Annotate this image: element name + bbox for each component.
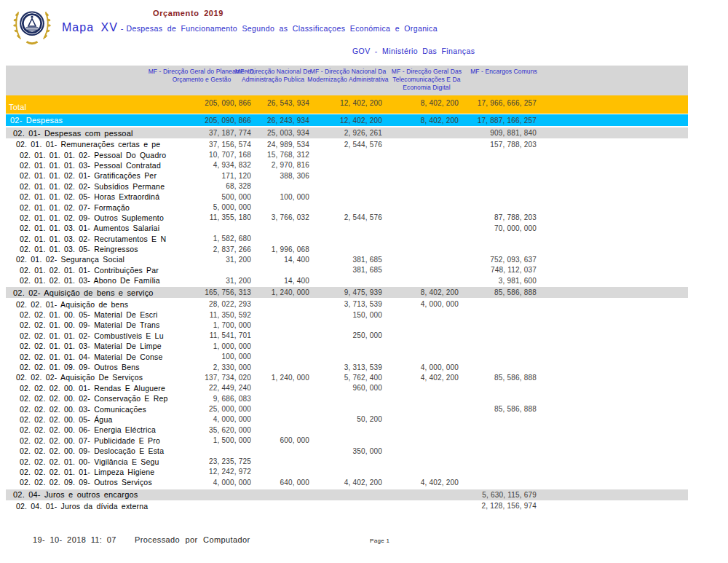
- row-value: 748, 112, 037: [459, 266, 537, 274]
- row-value: 24, 989, 534: [251, 141, 309, 149]
- map-code: Mapa XV: [62, 21, 118, 34]
- row-value: 8, 402, 200: [382, 288, 459, 296]
- row-value: 500, 000: [186, 193, 251, 201]
- row-value: 640, 000: [251, 479, 309, 487]
- row-value: 68, 328: [186, 182, 251, 190]
- row-label: 02. 01. 02- Segurança Social: [6, 255, 186, 264]
- row-value: 9, 686, 083: [186, 395, 251, 403]
- row-label: 02. 02. 02. 00. 09- Deslocação E Esta: [6, 446, 186, 455]
- row-value: 17, 966, 666, 257: [459, 95, 537, 107]
- row-label: 02. 01. 01. 02. 01- Gratificações Per: [6, 171, 186, 180]
- row-value: 87, 788, 203: [459, 213, 537, 221]
- row-value: 4, 402, 200: [382, 374, 459, 382]
- row-value: 2, 544, 576: [309, 213, 382, 221]
- table-row: 02. 01. 01. 02. 02- Subsídios Permane68,…: [6, 181, 688, 192]
- report-page: Orçamento 2019 Mapa XV-Despesas de Funci…: [0, 0, 728, 563]
- cape-verde-emblem-logo: [12, 4, 52, 47]
- row-value: 2, 128, 156, 974: [459, 502, 537, 510]
- row-value: 26, 243, 934: [251, 117, 309, 125]
- row-value: 3, 981, 600: [459, 277, 537, 285]
- row-value: 4, 000, 000: [382, 300, 459, 308]
- row-value: 11, 355, 180: [186, 213, 251, 221]
- row-value: 165, 756, 313: [186, 288, 251, 296]
- row-label: 02. 02. 01. 01. 04- Material De Conse: [6, 353, 186, 361]
- table-row: 02- Despesas205, 090, 86626, 243, 93412,…: [6, 114, 688, 126]
- row-value: 250, 000: [309, 331, 382, 339]
- row-value: 2, 837, 266: [186, 245, 251, 253]
- table-row: 02. 02. 01. 01. 02- Combustíveis E Lu11,…: [6, 331, 688, 341]
- footer-page-number: Page 1: [370, 538, 389, 544]
- row-value: 50, 200: [309, 415, 382, 423]
- row-value: 31, 200: [186, 277, 251, 285]
- row-value: 5, 630, 115, 679: [459, 491, 537, 499]
- row-label: 02. 04. 01- Juros da dívida externa: [6, 502, 186, 511]
- table-row: 02. 02. 02. 01. 00- Vigilância E Segu23,…: [6, 456, 688, 466]
- row-value: 2, 330, 000: [186, 363, 251, 371]
- row-value: 23, 235, 725: [186, 457, 251, 465]
- row-label: 02. 01. 02. 01. 01- Contribuições Par: [6, 266, 186, 275]
- table-row: 02. 01. 01. 02. 07- Formação5, 000, 000: [6, 202, 688, 212]
- row-value: 3, 713, 539: [309, 300, 382, 308]
- row-value: 85, 586, 888: [459, 374, 537, 382]
- row-value: 1, 240, 000: [251, 288, 309, 296]
- row-label: 02. 02. 01. 00. 05- Material De Escri: [6, 310, 186, 319]
- row-label: 02. 01. 02. 01. 03- Abono De Família: [6, 276, 186, 285]
- row-value: 1, 582, 680: [186, 235, 251, 243]
- row-label: 02. 02. 02. 00. 03- Comunicações: [6, 405, 186, 414]
- table-body: Total205, 090, 86626, 543, 93412, 402, 2…: [6, 95, 688, 511]
- table-row: 02. 01. 01. 01. 03- Pessoal Contratad4, …: [6, 160, 688, 170]
- row-value: 70, 000, 000: [459, 224, 537, 232]
- row-value: 28, 022, 293: [186, 300, 251, 308]
- row-value: 1, 700, 000: [186, 321, 251, 329]
- row-value: 8, 402, 200: [382, 95, 459, 107]
- row-value: 205, 090, 866: [186, 95, 251, 107]
- table-row: 02. 02. 02. 00. 03- Comunicações25, 000,…: [6, 403, 688, 414]
- row-value: 35, 620, 000: [186, 426, 251, 434]
- row-value: 37, 156, 574: [186, 141, 251, 149]
- table-row: 02. 02. 01. 00. 05- Material De Escri11,…: [6, 310, 688, 320]
- row-value: 2, 926, 261: [309, 129, 382, 137]
- table-row: 02. 02. 01. 09. 09- Outros Bens2, 330, 0…: [6, 362, 688, 372]
- table-row: 02. 04- Juros e outros encargos5, 630, 1…: [6, 489, 688, 500]
- table-row: 02. 01. 01. 03. 02- Recrutamentos E N1, …: [6, 234, 688, 244]
- map-subtitle: Despesas de Funcionamento Segundo as Cla…: [126, 24, 438, 33]
- row-label: 02. 01. 01. 02. 05- Horas Extraordiná: [6, 192, 186, 201]
- row-label: 02. 01. 01. 01. 02- Pessoal Do Quadro: [6, 151, 186, 160]
- row-label: 02. 02. 01. 09. 09- Outros Bens: [6, 363, 186, 371]
- row-label: 02. 01. 01. 02. 09- Outros Suplemento: [6, 213, 186, 222]
- table-row: 02. 02. 01. 01. 03- Material De Limpe1, …: [6, 341, 688, 351]
- footer-processed-by: Processado por Computador: [135, 535, 250, 544]
- row-label: Total: [6, 103, 186, 114]
- row-label: 02. 02. 02. 09. 09- Outros Serviços: [6, 478, 186, 487]
- row-value: 150, 000: [309, 311, 382, 319]
- row-value: 9, 475, 939: [309, 288, 382, 296]
- row-label: 02. 01. 01- Remunerações certas e pe: [6, 140, 186, 149]
- row-label: 02. 02. 01. 00. 09- Material De Trans: [6, 320, 186, 329]
- table-row: 02. 01. 01. 03. 01- Aumentos Salariai70,…: [6, 223, 688, 233]
- row-value: 100, 000: [186, 353, 251, 361]
- table-row: Total205, 090, 86626, 543, 93412, 402, 2…: [6, 95, 688, 114]
- row-value: 25, 000, 000: [186, 405, 251, 413]
- row-value: 600, 000: [251, 436, 309, 444]
- row-label: 02. 02. 02. 00. 02- Conservação E Rep: [6, 394, 186, 403]
- row-value: 960, 000: [309, 384, 382, 392]
- row-value: 4, 000, 000: [382, 363, 459, 371]
- row-value: 12, 242, 972: [186, 468, 251, 476]
- row-value: 26, 543, 934: [251, 95, 309, 107]
- row-value: 1, 996, 068: [251, 245, 309, 253]
- table-row: 02. 01. 01- Remunerações certas e pe37, …: [6, 139, 688, 149]
- row-value: 10, 707, 168: [186, 151, 251, 159]
- row-label: 02. 02. 02. 00. 05- Água: [6, 415, 186, 424]
- table-row: 02. 02. 02. 00. 09- Deslocação E Esta350…: [6, 446, 688, 456]
- row-label: 02. 02. 02- Aquisição De Serviços: [6, 373, 186, 382]
- row-value: 85, 586, 888: [459, 405, 537, 413]
- row-value: 14, 400: [251, 256, 309, 264]
- row-value: 3, 766, 032: [251, 213, 309, 221]
- row-value: 752, 093, 637: [459, 256, 537, 264]
- row-value: 2, 544, 576: [309, 141, 382, 149]
- row-value: 5, 000, 000: [186, 203, 251, 211]
- ministry-title: GOV - Ministério Das Finanças: [352, 47, 475, 55]
- table-row: 02. 02. 02. 00. 02- Conservação E Rep9, …: [6, 393, 688, 403]
- row-value: 85, 586, 888: [459, 288, 537, 296]
- table-row: 02. 02. 02. 00. 05- Água4, 000, 00050, 2…: [6, 414, 688, 425]
